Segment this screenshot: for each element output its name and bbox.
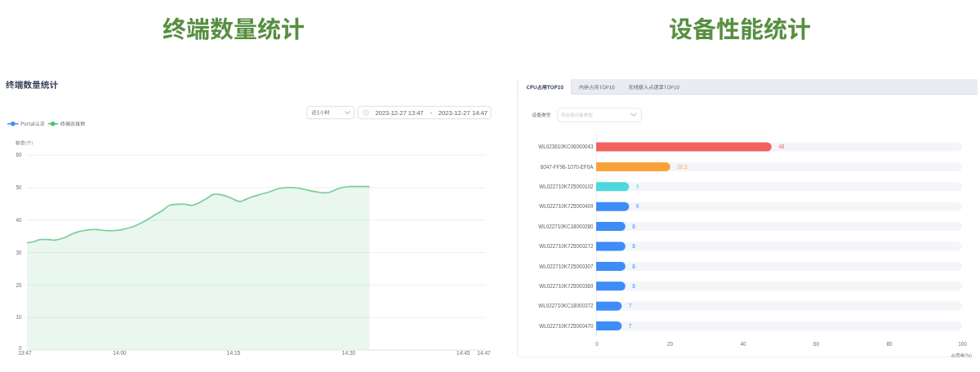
svg-text:8: 8 [632,283,635,289]
svg-text:7: 7 [629,323,632,329]
svg-text:10: 10 [16,314,22,320]
svg-text:50: 50 [16,184,22,190]
svg-text:14:45: 14:45 [457,350,470,356]
svg-text:9: 9 [636,203,639,209]
svg-text:100: 100 [958,341,967,347]
svg-text:WL022710K725000470: WL022710K725000470 [539,323,594,329]
svg-text:7: 7 [629,303,632,308]
svg-text:14:30: 14:30 [342,350,356,356]
svg-text:20: 20 [16,282,22,288]
svg-text:6047-FF96-1070-EF0A: 6047-FF96-1070-EF0A [541,164,595,170]
svg-text:14:00: 14:00 [113,350,127,356]
svg-text:40: 40 [16,217,22,223]
svg-text:60: 60 [16,152,22,157]
svg-text:2023-12-27 13:47: 2023-12-27 13:47 [376,109,424,117]
svg-text:2023-12-27 14:47: 2023-12-27 14:47 [439,109,488,117]
svg-text:0: 0 [595,341,599,347]
svg-text:20.3: 20.3 [677,164,688,170]
svg-text:8: 8 [632,243,635,249]
svg-text:30: 30 [16,250,22,255]
svg-text:WL022710K725000369: WL022710K725000369 [539,283,594,289]
svg-text:WL022710K725000272: WL022710K725000272 [539,243,594,249]
svg-text:14:47: 14:47 [477,350,491,356]
svg-text:40: 40 [740,341,746,347]
svg-text:9: 9 [636,184,639,189]
svg-text:WL022710K725000102: WL022710K725000102 [539,184,594,189]
svg-text:14:15: 14:15 [227,350,241,356]
svg-text:48: 48 [778,144,785,149]
svg-text:WL022710K725000409: WL022710K725000409 [539,203,594,209]
svg-text:WL023610KC06000043: WL023610KC06000043 [538,144,594,149]
svg-text:80: 80 [886,341,893,347]
svg-text:8: 8 [632,264,635,269]
svg-text:WL022710KC18000280: WL022710KC18000280 [538,224,594,229]
svg-text:20: 20 [667,341,674,347]
svg-text:8: 8 [632,224,635,229]
svg-text:13:47: 13:47 [18,350,32,356]
svg-text:60: 60 [813,341,820,347]
svg-text:WL022710KC18000372: WL022710KC18000372 [538,303,594,308]
svg-text:WL022710K725000307: WL022710K725000307 [539,264,594,269]
